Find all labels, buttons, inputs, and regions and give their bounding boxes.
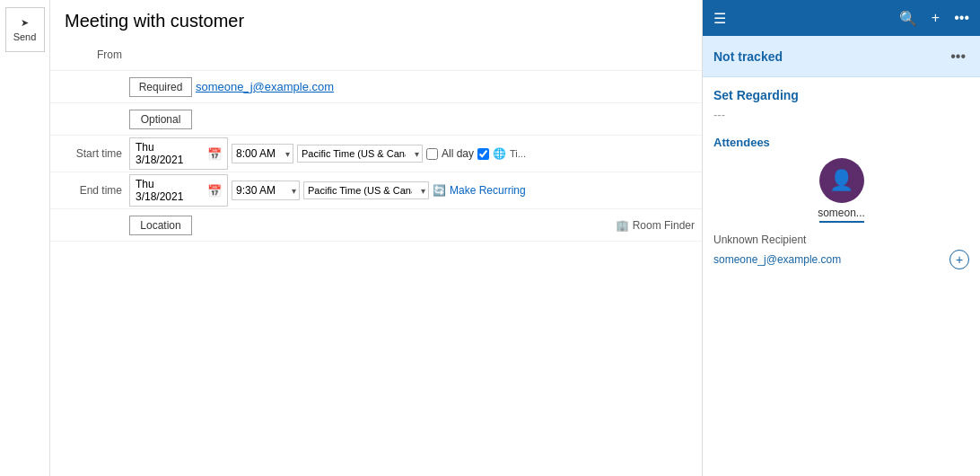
start-tz-select-wrapper: Pacific Time (US & Cana... Eastern Time … <box>297 145 423 163</box>
end-time-label: End time <box>50 184 129 197</box>
end-date-input[interactable]: Thu 3/18/2021 📅 <box>129 174 228 207</box>
start-time-select[interactable]: 8:00 AM 8:30 AM 9:00 AM 9:30 AM <box>232 144 293 163</box>
start-date-input[interactable]: Thu 3/18/2021 📅 <box>129 137 228 170</box>
add-recipient-button[interactable]: + <box>949 250 969 269</box>
send-icon: ➤ <box>21 17 29 29</box>
end-timezone-select[interactable]: Pacific Time (US & Cana... Eastern Time … <box>303 181 429 199</box>
end-time-select[interactable]: 9:30 AM 10:00 AM 10:30 AM <box>232 181 300 200</box>
optional-button[interactable]: Optional <box>129 110 192 129</box>
attendee-name: someon... <box>818 207 865 219</box>
send-panel: ➤ Send <box>0 0 50 476</box>
start-time-fields: Thu 3/18/2021 📅 8:00 AM 8:30 AM 9:00 AM … <box>129 137 526 170</box>
end-date-value: Thu 3/18/2021 <box>136 178 204 203</box>
header-more-icon[interactable]: ••• <box>950 6 973 30</box>
unknown-recipient-section: Unknown Recipient someone_j@example.com … <box>713 234 969 269</box>
attendee-underline <box>819 221 864 223</box>
from-label: From <box>50 48 129 61</box>
attendees-heading: Attendees <box>713 136 969 149</box>
send-label: Send <box>13 31 37 42</box>
not-tracked-bar: Not tracked ••• <box>703 36 980 77</box>
right-panel-header: ☰ 🔍 + ••• <box>703 0 980 36</box>
start-date-value: Thu 3/18/2021 <box>136 141 204 166</box>
not-tracked-label: Not tracked <box>713 49 783 64</box>
recurring-icon: 🔄 <box>433 184 446 197</box>
teams-label: Ti... <box>510 148 526 159</box>
header-search-icon[interactable]: 🔍 <box>896 6 921 31</box>
start-time-row: Start time Thu 3/18/2021 📅 8:00 AM 8:30 … <box>50 136 702 172</box>
start-time-label: Start time <box>50 147 129 160</box>
start-timezone-select[interactable]: Pacific Time (US & Cana... Eastern Time … <box>297 145 423 163</box>
compose-area: Meeting with customer From Required some… <box>50 0 702 476</box>
location-button[interactable]: Location <box>129 216 192 235</box>
room-finder-label: Room Finder <box>633 219 695 232</box>
attendee-item: 👤 someon... <box>713 158 969 223</box>
reminder-icon: 🌐 <box>493 147 506 160</box>
room-finder-icon: 🏢 <box>616 219 629 232</box>
all-day-checkbox[interactable] <box>426 148 438 160</box>
all-day-label: All day <box>442 147 474 160</box>
optional-row: Optional <box>50 103 702 136</box>
reminder-checkbox[interactable] <box>477 148 489 160</box>
recurring-label: Make Recurring <box>450 184 526 197</box>
make-recurring-button[interactable]: 🔄 Make Recurring <box>433 184 526 197</box>
end-time-row: End time Thu 3/18/2021 📅 9:30 AM 10:00 A… <box>50 172 702 209</box>
avatar-icon: 👤 <box>829 169 853 192</box>
end-calendar-icon[interactable]: 📅 <box>207 184 222 198</box>
unknown-recipient-label: Unknown Recipient <box>713 234 969 246</box>
from-input[interactable] <box>129 45 702 64</box>
room-finder-button[interactable]: 🏢 Room Finder <box>616 219 695 232</box>
not-tracked-more-button[interactable]: ••• <box>947 45 969 68</box>
header-add-icon[interactable]: + <box>928 6 943 30</box>
location-row: Location 🏢 Room Finder <box>50 209 702 242</box>
set-regarding-link[interactable]: Set Regarding <box>713 88 969 102</box>
send-button[interactable]: ➤ Send <box>5 7 45 52</box>
unknown-recipient-email[interactable]: someone_j@example.com <box>713 253 841 266</box>
avatar[interactable]: 👤 <box>819 158 864 203</box>
set-regarding-value: --- <box>713 108 969 121</box>
right-panel-content: Set Regarding --- Attendees 👤 someon... … <box>703 77 980 476</box>
meeting-title: Meeting with customer <box>50 0 702 39</box>
unknown-email-row: someone_j@example.com + <box>713 250 969 269</box>
start-calendar-icon[interactable]: 📅 <box>207 147 222 161</box>
header-menu-icon[interactable]: ☰ <box>710 6 730 31</box>
add-icon: + <box>956 252 963 267</box>
location-input[interactable] <box>192 216 616 234</box>
right-panel: ☰ 🔍 + ••• Not tracked ••• Set Regarding … <box>702 0 980 476</box>
required-row: Required someone_j@example.com <box>50 71 702 103</box>
all-day-row: All day 🌐 Ti... <box>426 147 526 160</box>
end-tz-select-wrapper: Pacific Time (US & Cana... Eastern Time … <box>303 181 429 199</box>
end-time-fields: Thu 3/18/2021 📅 9:30 AM 10:00 AM 10:30 A… <box>129 174 526 207</box>
required-button[interactable]: Required <box>129 77 192 97</box>
start-time-select-wrapper: 8:00 AM 8:30 AM 9:00 AM 9:30 AM <box>232 144 293 163</box>
end-time-select-wrapper: 9:30 AM 10:00 AM 10:30 AM <box>232 181 300 200</box>
from-row: From <box>50 39 702 71</box>
required-email[interactable]: someone_j@example.com <box>192 80 334 93</box>
